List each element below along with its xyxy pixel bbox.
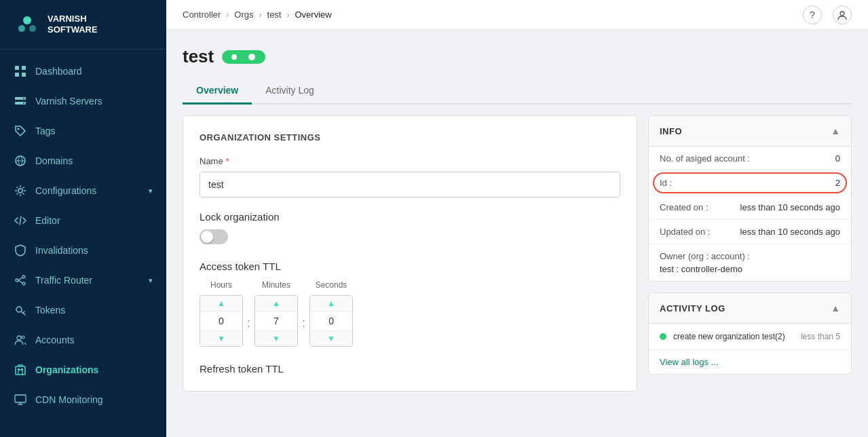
status-badge[interactable]	[222, 50, 265, 64]
sidebar-item-traffic-router[interactable]: Traffic Router ▾	[0, 265, 166, 295]
name-input[interactable]	[200, 172, 620, 197]
breadcrumb-sep-3: ›	[287, 10, 290, 20]
breadcrumb-orgs[interactable]: Orgs	[234, 10, 253, 20]
svg-point-13	[18, 189, 22, 193]
logo-text: VARNISHSOFTWARE	[48, 14, 98, 35]
info-value-created: less than 10 seconds ago	[740, 202, 840, 212]
activity-log-title: ACTIVITY LOG	[660, 303, 725, 314]
sidebar-item-invalidations[interactable]: Invalidations	[0, 235, 166, 265]
sidebar-navigation: Dashboard Varnish Servers	[0, 50, 166, 437]
server-icon	[14, 94, 27, 108]
code-icon	[14, 214, 27, 227]
right-panel: INFO ▲ No. of asiged account : 0 Id : 2	[648, 115, 852, 375]
sidebar-item-cdn-monitoring[interactable]: CDN Monitoring	[0, 385, 166, 415]
info-owner-label: Owner (org : account) :	[660, 251, 840, 261]
info-value-updated: less than 10 seconds ago	[740, 227, 840, 237]
org-settings-title: ORGANIZATION SETTINGS	[200, 132, 620, 142]
svg-point-9	[23, 98, 24, 99]
svg-rect-3	[15, 66, 19, 70]
tabs: Overview Activity Log	[183, 78, 852, 104]
sidebar-item-label: Invalidations	[35, 245, 88, 256]
tag-icon	[14, 124, 27, 138]
svg-point-16	[16, 279, 18, 282]
sidebar-item-tokens[interactable]: Tokens	[0, 295, 166, 325]
sidebar-item-configurations[interactable]: Configurations ▾	[0, 176, 166, 206]
svg-rect-21	[18, 368, 20, 370]
svg-rect-4	[22, 66, 26, 70]
ttl-minutes-col: Minutes ▲ 7 ▼	[254, 280, 298, 347]
activity-log-card-header: ACTIVITY LOG ▲	[649, 293, 851, 324]
sidebar-item-label: Editor	[35, 215, 60, 226]
status-dot	[231, 54, 237, 60]
ttl-inputs: Hours ▲ 0 ▼ : Minutes ▲	[200, 280, 620, 347]
sidebar-item-label: Configurations	[35, 185, 96, 196]
sidebar-item-label: Varnish Servers	[35, 96, 102, 107]
svg-point-0	[23, 16, 31, 24]
tab-overview[interactable]: Overview	[183, 78, 252, 104]
seconds-decrement-button[interactable]: ▼	[310, 331, 352, 346]
minutes-decrement-button[interactable]: ▼	[255, 331, 297, 346]
hours-increment-button[interactable]: ▲	[200, 296, 242, 311]
svg-point-2	[29, 25, 36, 32]
settings-icon	[14, 184, 27, 197]
activity-log-collapse-button[interactable]: ▲	[831, 303, 840, 314]
info-row-created: Created on : less than 10 seconds ago	[649, 195, 851, 220]
svg-point-19	[22, 336, 24, 339]
sidebar-item-tags[interactable]: Tags	[0, 116, 166, 146]
help-button[interactable]: ?	[803, 5, 822, 24]
globe-icon	[14, 154, 27, 168]
sidebar-item-label: Organizations	[35, 364, 98, 375]
sidebar-item-label: Dashboard	[35, 66, 82, 77]
content-grid: ORGANIZATION SETTINGS Name * Lock organi…	[183, 115, 852, 392]
page-header: test	[183, 46, 852, 67]
sidebar-item-domains[interactable]: Domains	[0, 146, 166, 176]
sidebar-item-varnish-servers[interactable]: Varnish Servers	[0, 86, 166, 116]
key-icon	[14, 303, 27, 317]
svg-point-18	[17, 336, 21, 340]
org-settings-panel: ORGANIZATION SETTINGS Name * Lock organi…	[183, 115, 637, 392]
toggle-knob	[201, 231, 213, 243]
info-label-updated: Updated on :	[660, 227, 710, 237]
sidebar-item-label: Domains	[35, 155, 73, 166]
activity-time: less than 5	[801, 332, 840, 341]
info-card: INFO ▲ No. of asiged account : 0 Id : 2	[648, 115, 852, 282]
sidebar-item-editor[interactable]: Editor	[0, 206, 166, 235]
seconds-value: 0	[310, 311, 352, 331]
user-button[interactable]	[833, 5, 852, 24]
sidebar-item-label: Accounts	[35, 335, 75, 345]
info-collapse-button[interactable]: ▲	[831, 126, 840, 136]
sidebar-item-dashboard[interactable]: Dashboard	[0, 56, 166, 86]
ttl-seconds-label: Seconds	[316, 280, 347, 290]
minutes-increment-button[interactable]: ▲	[255, 296, 297, 311]
sidebar-item-label: Tags	[35, 126, 56, 136]
ttl-hours-col: Hours ▲ 0 ▼	[200, 280, 243, 347]
required-indicator: *	[226, 156, 229, 166]
info-row-id: Id : 2	[649, 171, 851, 195]
info-owner-row: Owner (org : account) : test : controlle…	[649, 244, 851, 281]
users-icon	[14, 333, 27, 347]
page-content: test Overview Activity Log ORGANIZATION …	[166, 30, 868, 437]
breadcrumb-controller[interactable]: Controller	[183, 10, 221, 20]
chevron-down-icon: ▾	[149, 276, 153, 285]
info-card-title: INFO	[660, 126, 682, 136]
svg-point-26	[248, 54, 255, 60]
tab-activity-log[interactable]: Activity Log	[252, 78, 328, 104]
sidebar-item-accounts[interactable]: Accounts	[0, 325, 166, 355]
access-ttl-label: Access token TTL	[200, 261, 620, 272]
info-label-id: Id :	[660, 178, 672, 188]
view-all-logs-link[interactable]: View all logs ...	[649, 350, 851, 374]
seconds-increment-button[interactable]: ▲	[310, 296, 352, 311]
info-owner-value: test : controller-demo	[660, 264, 840, 274]
breadcrumb-test[interactable]: test	[267, 10, 282, 20]
svg-rect-23	[15, 395, 26, 402]
hours-decrement-button[interactable]: ▼	[200, 331, 242, 346]
sidebar: VARNISHSOFTWARE Dashboard	[0, 0, 166, 437]
refresh-ttl-label: Refresh token TTL	[200, 363, 620, 375]
share-icon	[14, 273, 27, 287]
svg-point-1	[18, 25, 25, 32]
activity-dot	[660, 333, 666, 340]
main-content: Controller › Orgs › test › Overview ? te…	[166, 0, 868, 437]
lock-toggle[interactable]	[200, 229, 228, 244]
ttl-sep-1: :	[247, 316, 250, 330]
sidebar-item-organizations[interactable]: Organizations	[0, 355, 166, 385]
